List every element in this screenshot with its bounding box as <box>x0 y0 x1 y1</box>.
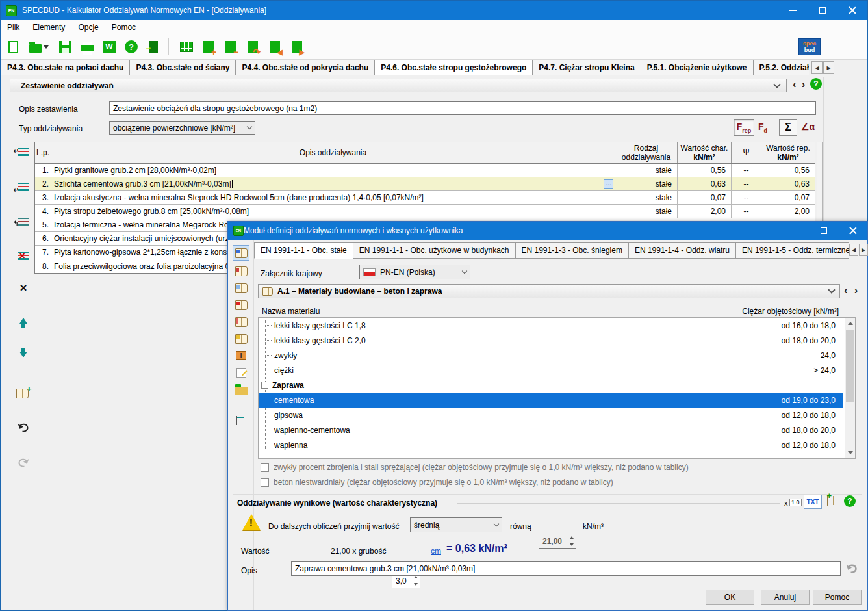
close-button[interactable] <box>837 1 867 20</box>
list-item[interactable]: ciężki> 24,0 <box>259 363 855 378</box>
norm-permanent-loads-button[interactable] <box>233 245 249 261</box>
next-zestawienie-button[interactable]: › <box>802 79 805 90</box>
exit-button[interactable] <box>144 37 163 57</box>
print-button[interactable] <box>77 37 97 57</box>
tab-p46-active[interactable]: P4.6. Obc.stałe stropu gęstożebrowego <box>375 60 533 75</box>
redo-button[interactable] <box>15 454 32 470</box>
undo-button[interactable] <box>15 419 32 435</box>
list-item[interactable]: wapienno-cementowaod 18,0 do 20,0 <box>259 422 855 437</box>
insert-row-above-button[interactable]: ↵ <box>15 144 32 159</box>
ok-button[interactable]: OK <box>706 590 754 605</box>
txt-export-button[interactable]: TXT <box>804 495 822 509</box>
edit-row-button[interactable]: ↰ <box>15 214 32 229</box>
remove-position-button[interactable]: − <box>221 37 240 57</box>
list-item[interactable]: lekki klasy gęstości LC 1,8od 16,0 do 18… <box>259 318 855 333</box>
rebar-checkbox-row[interactable]: zwykły procent zbrojenia i stali sprężaj… <box>261 463 689 472</box>
tab-p52[interactable]: P.5.2. Oddziaływanie wóz <box>754 60 809 75</box>
norm-wind-loads-button[interactable] <box>233 297 249 313</box>
move-right-button[interactable]: ▶ <box>287 37 307 57</box>
reset-description-button[interactable] <box>845 562 858 576</box>
fd-button[interactable]: Fd <box>758 122 767 134</box>
help-button[interactable]: ? <box>121 37 141 57</box>
checkbox-icon[interactable] <box>261 478 269 487</box>
steel-profiles-button[interactable]: I <box>233 348 249 363</box>
list-scrollbar[interactable] <box>845 318 855 458</box>
menu-elementy[interactable]: Elementy <box>26 23 71 32</box>
insert-row-below-button[interactable]: ↵ <box>15 179 32 194</box>
list-item-selected[interactable]: cementowaod 19,0 do 23,0 <box>259 393 843 408</box>
tabs-scroll-right-button[interactable]: ▶ <box>823 61 834 74</box>
fresh-concrete-checkbox-row[interactable]: beton niestwardniały (ciężar objętościow… <box>261 478 613 487</box>
dialog-close-button[interactable] <box>838 222 867 240</box>
maximize-button[interactable] <box>808 1 837 20</box>
move-left-button[interactable]: ◀ <box>265 37 285 57</box>
angle-alpha-button[interactable]: ∠α <box>801 122 815 132</box>
value-mode-select[interactable]: średnią <box>410 517 502 532</box>
dtab-obc-stale[interactable]: EN 1991-1-1 - Obc. stałe <box>254 242 353 259</box>
cm-unit-link[interactable]: cm <box>431 547 441 556</box>
table-row[interactable]: 4. Płyta stropu żelbetowego grub.8 cm [2… <box>35 205 815 218</box>
tab-p47[interactable]: P4.7. Ciężar stropu Kleina <box>533 60 641 75</box>
table-row[interactable]: 1. Płytki granitowe grub.2 cm [28,00kN/m… <box>35 164 815 177</box>
add-position-button[interactable]: + <box>199 37 218 57</box>
result-help-icon[interactable]: ? <box>844 495 856 507</box>
dtabs-scroll-right-button[interactable]: ▶ <box>859 244 868 256</box>
list-item[interactable]: wapiennaod 12,0 do 18,0 <box>259 437 855 452</box>
unit-weight-stepper[interactable]: 21,00 <box>539 534 576 549</box>
category-header-combo[interactable]: A.1 – Materiały budowlane – beton i zapr… <box>258 284 840 298</box>
help-button-dialog[interactable]: Pomoc <box>813 590 862 605</box>
list-item[interactable]: zwykły24,0 <box>259 348 855 363</box>
list-item[interactable]: lekki klasy gęstości LC 2,0od 18,0 do 20… <box>259 333 855 348</box>
open-catalog-button[interactable]: + <box>14 385 31 401</box>
zalacznik-krajowy-select[interactable]: PN-EN (Polska) <box>359 265 470 280</box>
delete-rows-button[interactable]: × <box>15 248 32 263</box>
stepper-arrows-icon[interactable] <box>411 574 420 588</box>
open-file-button[interactable] <box>25 37 53 57</box>
menu-pomoc[interactable]: Pomoc <box>105 23 142 32</box>
new-file-button[interactable] <box>3 37 23 57</box>
menu-opcje[interactable]: Opcje <box>71 23 105 32</box>
opis-zestawienia-input[interactable]: Zestawienie obciążeń dla stropu gęstożeb… <box>109 101 816 115</box>
tab-p51[interactable]: P.5.1. Obciążenie użytkowe <box>641 60 754 75</box>
collapse-expander-icon[interactable] <box>261 382 268 389</box>
section-help-icon[interactable]: ? <box>810 78 822 90</box>
list-item[interactable]: gipsowaod 12,0 do 18,0 <box>259 408 855 422</box>
more-options-button[interactable]: ... <box>604 179 613 189</box>
opis-input[interactable]: Zaprawa cementowa grub.3 cm [21,00kN/m³·… <box>291 561 841 576</box>
tab-p43a[interactable]: P4.3. Obc.stałe na połaci dachu <box>1 60 130 75</box>
minimize-button[interactable] <box>778 1 808 20</box>
stepper-arrows-icon[interactable] <box>567 534 576 548</box>
norm-snow-loads-button[interactable] <box>233 280 249 296</box>
x10-toggle[interactable]: 1.0 <box>789 499 802 506</box>
tree-view-button[interactable] <box>233 413 249 428</box>
norm-imposed-loads-button[interactable] <box>233 263 249 279</box>
copy-position-button[interactable]: ↷ <box>243 37 262 57</box>
frep-button[interactable]: Frep <box>734 119 754 136</box>
move-row-down-button[interactable] <box>15 346 32 362</box>
checkbox-icon[interactable] <box>261 463 269 472</box>
table-row-selected[interactable]: 2. Szlichta cementowa grub.3 cm [21,00kN… <box>35 177 815 191</box>
save-button[interactable] <box>55 37 75 57</box>
table-row[interactable]: 3. Izolacja akustyczna - wełna mineralna… <box>35 191 815 205</box>
edit-definition-button[interactable] <box>233 365 249 380</box>
tabs-scroll-left-button[interactable]: ◀ <box>811 61 823 74</box>
table-button[interactable] <box>177 37 196 57</box>
tab-p44[interactable]: P4.4. Obc.stałe od pokrycia dachu <box>236 60 375 75</box>
zestawienie-header-combo[interactable]: Zestawienie oddziaływań <box>10 79 787 92</box>
dtab-oddz-wiatru[interactable]: EN 1991-1-4 - Oddz. wiatru <box>629 242 736 259</box>
list-group-zaprawa[interactable]: Zaprawa <box>259 378 855 393</box>
dtab-obc-sniegiem[interactable]: EN 1991-1-3 - Obc. śniegiem <box>516 242 629 259</box>
tab-p43b[interactable]: P4.3. Obc.stałe od ściany <box>130 60 236 75</box>
prev-category-button[interactable]: ‹ <box>844 285 847 296</box>
typ-oddzialywania-select[interactable]: obciążenie powierzchniowe [kN/m²] <box>109 121 255 135</box>
open-user-file-button[interactable] <box>233 382 249 397</box>
cancel-button[interactable]: Anuluj <box>761 590 810 605</box>
dtab-obc-uzytkowe[interactable]: EN 1991-1-1 - Obc. użytkowe w budynkach <box>353 242 516 259</box>
norm-thermal-loads-button[interactable] <box>233 314 249 330</box>
scroll-thumb[interactable] <box>846 330 854 402</box>
delete-button[interactable]: × <box>15 280 32 296</box>
add-to-table-button[interactable]: + <box>827 496 828 505</box>
dialog-maximize-button[interactable] <box>809 222 838 240</box>
dtabs-scroll-left-button[interactable]: ◀ <box>849 244 858 256</box>
prev-zestawienie-button[interactable]: ‹ <box>793 79 796 90</box>
